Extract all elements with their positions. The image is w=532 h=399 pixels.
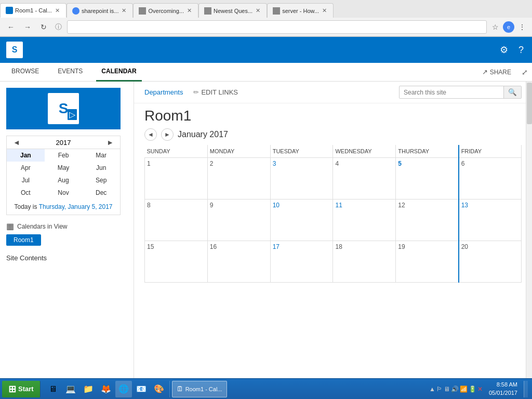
- tab-browse[interactable]: BROWSE: [6, 63, 44, 82]
- day-18[interactable]: 18: [333, 241, 396, 283]
- day-9[interactable]: 9: [207, 200, 270, 241]
- bookmark-button[interactable]: ☆: [490, 22, 501, 32]
- today-link[interactable]: Thursday, January 5, 2017: [39, 203, 113, 210]
- day-4[interactable]: 4: [333, 158, 396, 200]
- tab-close-overcoming[interactable]: ✕: [186, 7, 193, 14]
- tab-server[interactable]: server - How... ✕: [267, 3, 334, 18]
- start-button[interactable]: ⊞ Start: [2, 381, 41, 385]
- mini-cal-month-mar[interactable]: Mar: [82, 149, 120, 162]
- taskbar-icon-email[interactable]: 📧: [133, 381, 150, 385]
- google-favicon-icon: [72, 7, 79, 15]
- site-contents-link[interactable]: Site Contents: [6, 254, 127, 262]
- tab-close-newest[interactable]: ✕: [255, 7, 261, 14]
- mini-cal-month-oct[interactable]: Oct: [7, 187, 45, 199]
- browser-chrome: Room1 - Cal... ✕ sharepoint is... ✕ Over…: [0, 0, 532, 37]
- mini-cal-month-jul[interactable]: Jul: [7, 174, 45, 187]
- day-20[interactable]: 20: [459, 241, 522, 283]
- mini-cal-prev-button[interactable]: ◄: [11, 138, 22, 147]
- share-button[interactable]: ↗ SHARE: [482, 68, 511, 76]
- scrollbar-thumb[interactable]: [527, 83, 532, 124]
- taskbar-pinned-apps: 🖥 💻 📁 🦊 🌐 📧 🎨: [43, 381, 170, 385]
- taskbar-icon-ie[interactable]: 🖥: [45, 381, 61, 385]
- mini-cal-header: ◄ 2017 ►: [7, 136, 120, 149]
- search-button[interactable]: 🔍: [503, 86, 521, 98]
- day-2[interactable]: 2: [207, 158, 270, 200]
- day-10[interactable]: 10: [270, 200, 333, 241]
- mini-cal-month-jun[interactable]: Jun: [82, 162, 120, 174]
- taskbar: ⊞ Start 🖥 💻 📁 🦊 🌐 📧 🎨 🗓 Room1 - Cal... ▲…: [0, 378, 532, 385]
- toolbar-right: ⚙ ?: [498, 43, 526, 57]
- profile-button[interactable]: e: [503, 21, 514, 33]
- search-input[interactable]: [400, 87, 503, 98]
- taskbar-icon-firefox[interactable]: 🦊: [98, 381, 114, 385]
- expand-button[interactable]: ⤢: [522, 68, 528, 76]
- main-content: S ▷ ◄ 2017 ► Jan Feb Mar Apr May Jun Jul…: [0, 82, 532, 379]
- address-bar[interactable]: [67, 20, 487, 34]
- tab-newest[interactable]: Newest Ques... ✕: [198, 3, 267, 18]
- mini-cal-month-feb[interactable]: Feb: [45, 149, 83, 162]
- day-11[interactable]: 11: [333, 200, 396, 241]
- calendar-week-3: 15 16 17 18 19 20: [145, 241, 522, 283]
- mini-cal-month-jan[interactable]: Jan: [7, 149, 45, 162]
- calendar-prev-button[interactable]: ◄: [144, 128, 157, 141]
- tab-overcoming[interactable]: Overcoming... ✕: [133, 3, 198, 18]
- sp-logo-letter: S: [12, 45, 18, 55]
- nav-right: ☆ e ⋮: [490, 21, 528, 33]
- calendar-grid: SUNDAY MONDAY TUESDAY WEDNESDAY THURSDAY…: [144, 145, 522, 283]
- taskbar-icon-cmd[interactable]: 💻: [62, 381, 79, 385]
- calendar-next-button[interactable]: ►: [161, 128, 174, 141]
- page-title: Room1: [134, 103, 532, 128]
- tab-calendar[interactable]: CALENDAR: [96, 63, 141, 82]
- menu-button[interactable]: ⋮: [516, 22, 528, 32]
- taskbar-open-apps: 🗓 Room1 - Cal...: [170, 381, 229, 385]
- back-button[interactable]: ←: [4, 21, 18, 33]
- forward-button[interactable]: →: [21, 21, 34, 33]
- day-13[interactable]: 13: [459, 200, 522, 241]
- calendar-grid-icon: ▦: [6, 221, 14, 231]
- tab-sharepoint[interactable]: sharepoint is... ✕: [66, 3, 134, 18]
- mini-cal-month-nov[interactable]: Nov: [45, 187, 83, 199]
- refresh-button[interactable]: ↻: [37, 21, 50, 33]
- edit-links-button[interactable]: ✏ EDIT LINKS: [193, 88, 238, 96]
- mini-cal-month-aug[interactable]: Aug: [45, 174, 83, 187]
- day-12[interactable]: 12: [396, 200, 459, 241]
- tab-close-server[interactable]: ✕: [321, 7, 328, 14]
- day-16[interactable]: 16: [207, 241, 270, 283]
- day-5[interactable]: 5: [396, 158, 459, 200]
- taskbar-icon-explorer[interactable]: 📁: [80, 381, 97, 385]
- mini-cal-month-may[interactable]: May: [45, 162, 83, 174]
- day-19[interactable]: 19: [396, 241, 459, 283]
- tab-room1[interactable]: Room1 - Cal... ✕: [0, 3, 66, 18]
- taskbar-app-room1[interactable]: 🗓 Room1 - Cal...: [172, 381, 227, 385]
- day-15[interactable]: 15: [145, 241, 208, 283]
- room1-calendar-badge[interactable]: Room1: [6, 234, 41, 246]
- day-17[interactable]: 17: [270, 241, 333, 283]
- show-desktop-button[interactable]: [524, 381, 528, 385]
- tab-close-sharepoint[interactable]: ✕: [121, 7, 127, 14]
- taskbar-icon-paint[interactable]: 🎨: [151, 381, 167, 385]
- system-clock[interactable]: 8:58 AM 05/01/2017: [485, 381, 522, 385]
- share-icon: ↗: [482, 68, 488, 76]
- mini-cal-month-dec[interactable]: Dec: [82, 187, 120, 199]
- scrollbar[interactable]: [526, 82, 532, 379]
- system-tray: ▲ 🏳 🖥 🔊 📶 🔋 ✕ 8:58 AM 05/01/2017: [425, 381, 532, 385]
- mini-cal-month-sep[interactable]: Sep: [82, 174, 120, 187]
- tab-close-room1[interactable]: ✕: [54, 7, 61, 14]
- day-8[interactable]: 8: [145, 200, 208, 241]
- col-thursday: THURSDAY: [396, 145, 459, 158]
- departments-link[interactable]: Departments: [144, 88, 183, 96]
- sp-logo-inner: S ▷: [48, 93, 79, 124]
- doc-favicon-icon: [139, 7, 146, 15]
- mini-cal-month-apr[interactable]: Apr: [7, 162, 45, 174]
- tab-events[interactable]: EVENTS: [52, 63, 88, 82]
- day-3[interactable]: 3: [270, 158, 333, 200]
- mini-cal-next-button[interactable]: ►: [104, 138, 116, 147]
- q-favicon-icon: [204, 7, 211, 15]
- day-1[interactable]: 1: [145, 158, 208, 200]
- taskbar-icon-chrome[interactable]: 🌐: [115, 381, 132, 385]
- tab-title-server: server - How...: [282, 8, 319, 14]
- help-button[interactable]: ?: [516, 44, 526, 57]
- day-6[interactable]: 6: [459, 158, 522, 200]
- calendar-week-2: 8 9 10 11 12 13: [145, 200, 522, 241]
- settings-button[interactable]: ⚙: [498, 43, 510, 57]
